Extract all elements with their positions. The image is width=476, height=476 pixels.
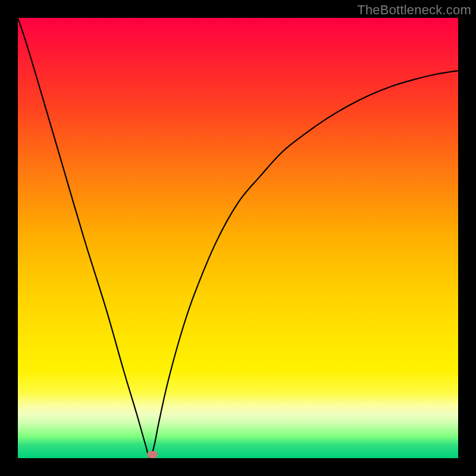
watermark-text: TheBottleneck.com bbox=[357, 2, 471, 18]
bottleneck-curve bbox=[18, 18, 458, 458]
plot-area bbox=[18, 18, 458, 458]
optimum-marker bbox=[147, 451, 158, 458]
chart-outer-frame: TheBottleneck.com bbox=[0, 0, 476, 476]
